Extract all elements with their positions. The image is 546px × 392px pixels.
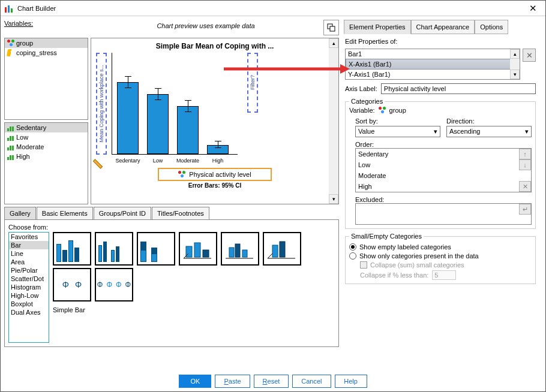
- var-coping-stress[interactable]: coping_stress: [5, 48, 88, 58]
- tab-basic-elements[interactable]: Basic Elements: [37, 207, 93, 219]
- chart-type-list[interactable]: Favorites Bar Line Area Pie/Polar Scatte…: [8, 232, 49, 343]
- categories-legend: Categories: [349, 98, 385, 105]
- tab-titles-footnotes[interactable]: Titles/Footnotes: [152, 207, 209, 219]
- ordinal-icon: [7, 153, 14, 160]
- ok-button[interactable]: OK: [179, 375, 211, 388]
- type-scatter-dot[interactable]: Scatter/Dot: [9, 275, 49, 283]
- tab-groups-point-id[interactable]: Groups/Point ID: [94, 207, 151, 219]
- prop-xaxis1[interactable]: X-Axis1 (Bar1): [346, 59, 520, 70]
- thumb-stacked-bar[interactable]: [137, 232, 175, 266]
- var-group[interactable]: group: [5, 38, 88, 48]
- checkbox-icon: [360, 261, 367, 269]
- type-dual-axes[interactable]: Dual Axes: [9, 308, 49, 316]
- prop-bar1[interactable]: Bar1: [346, 49, 520, 59]
- svg-rect-7: [203, 250, 209, 257]
- svg-rect-11: [235, 244, 240, 257]
- svg-rect-4: [330, 26, 335, 31]
- type-favorites[interactable]: Favorites: [9, 233, 49, 241]
- scroll-up-button[interactable]: ▴: [510, 49, 520, 59]
- level-item[interactable]: Moderate: [5, 142, 88, 152]
- level-item[interactable]: Low: [5, 132, 88, 142]
- ordinal-icon: [7, 134, 14, 141]
- thumb-error-bar-2[interactable]: ΦΦΦΦ: [95, 268, 133, 301]
- order-item[interactable]: High: [356, 182, 519, 191]
- thumb-3d-bar-2[interactable]: [221, 232, 259, 266]
- order-item[interactable]: Sedentary: [356, 149, 519, 159]
- thumb-clustered-bar[interactable]: [95, 232, 133, 266]
- thumb-simple-bar[interactable]: [53, 232, 91, 266]
- variables-list[interactable]: group coping_stress: [4, 38, 88, 120]
- restore-item-button[interactable]: ↵: [519, 204, 531, 215]
- svg-rect-15: [280, 242, 285, 257]
- radio-icon: [349, 243, 356, 251]
- scale-icon: [7, 49, 15, 56]
- thumb-error-bar-1[interactable]: ΦΦ: [53, 268, 91, 301]
- scroll-up-button[interactable]: ▴: [329, 38, 338, 48]
- thumb-3d-bar-3[interactable]: [263, 232, 301, 266]
- chart-title: Simple Bar Mean of Coping with ...: [96, 42, 334, 50]
- type-histogram[interactable]: Histogram: [9, 283, 49, 291]
- tab-element-properties[interactable]: Element Properties: [344, 20, 411, 34]
- pencil-icon: [93, 159, 103, 168]
- prop-yaxis1[interactable]: Y-Axis1 (Bar1): [346, 70, 520, 79]
- type-high-low[interactable]: High-Low: [9, 291, 49, 300]
- thumb-3d-bar-1[interactable]: [179, 232, 217, 266]
- sort-by-select[interactable]: Value▾: [355, 126, 440, 137]
- variable-label: Variable:: [349, 107, 375, 114]
- prop-list-scrollbar[interactable]: ▴ ▾: [510, 49, 520, 79]
- radio-show-present[interactable]: Show only categories present in the data: [349, 252, 532, 260]
- error-bars-label: Error Bars: 95% CI: [96, 182, 334, 189]
- type-area[interactable]: Area: [9, 258, 49, 266]
- order-item[interactable]: Moderate: [356, 171, 519, 180]
- remove-item-button[interactable]: ✕: [519, 181, 531, 192]
- tab-gallery[interactable]: Gallery: [4, 207, 36, 219]
- preview-note: Chart preview uses example data: [91, 22, 321, 29]
- chevron-down-icon: ▾: [434, 128, 437, 135]
- level-item[interactable]: Sedentary: [5, 123, 88, 132]
- properties-list[interactable]: Bar1 X-Axis1 (Bar1) Y-Axis1 (Bar1) ▴ ▾: [345, 49, 520, 80]
- type-line[interactable]: Line: [9, 249, 49, 258]
- move-down-button[interactable]: ↓: [519, 159, 531, 170]
- cancel-button[interactable]: Cancel: [292, 375, 331, 388]
- type-boxplot[interactable]: Boxplot: [9, 300, 49, 308]
- excluded-list[interactable]: ↵: [355, 203, 532, 225]
- level-item[interactable]: High: [5, 152, 88, 161]
- order-list[interactable]: Sedentary↑ Low↓ Moderate. High✕: [355, 148, 532, 192]
- paste-button[interactable]: Paste: [215, 375, 250, 388]
- move-up-button[interactable]: ↑: [519, 149, 531, 159]
- axis-label-input[interactable]: [381, 83, 536, 94]
- chevron-down-icon: ▾: [525, 128, 529, 135]
- ordinal-icon: [7, 143, 14, 150]
- order-item[interactable]: Low: [356, 160, 519, 170]
- svg-rect-2: [11, 8, 13, 13]
- direction-select[interactable]: Ascending▾: [446, 126, 532, 137]
- chart-bars: Sedentary Low Moderate High: [112, 53, 238, 155]
- nominal-icon: [178, 171, 185, 178]
- tab-options[interactable]: Options: [475, 20, 508, 34]
- type-bar[interactable]: Bar: [9, 241, 49, 249]
- expand-preview-button[interactable]: [323, 20, 339, 35]
- close-icon[interactable]: ✕: [524, 2, 542, 15]
- help-button[interactable]: Help: [335, 375, 367, 388]
- chart-preview[interactable]: Simple Bar Mean of Coping with ... Mean …: [91, 38, 339, 204]
- variables-label: Variables:: [4, 20, 88, 27]
- filter-dropzone[interactable]: Filter?: [247, 53, 258, 113]
- type-pie-polar[interactable]: Pie/Polar: [9, 266, 49, 275]
- choose-from-label: Choose from:: [8, 224, 335, 231]
- y-axis-dropzone[interactable]: Mean Coping with workplace s...: [96, 53, 107, 155]
- radio-icon: [349, 252, 356, 260]
- delete-element-button[interactable]: ✕: [523, 49, 536, 62]
- scroll-down-button[interactable]: ▾: [510, 70, 520, 79]
- selected-chart-name: Simple Bar: [53, 306, 335, 313]
- svg-line-17: [268, 254, 272, 258]
- radio-show-empty[interactable]: Show empty labeled categories: [349, 243, 532, 251]
- reset-button[interactable]: Reset: [254, 375, 289, 388]
- axis-label-label: Axis Label:: [345, 85, 377, 92]
- svg-rect-6: [194, 243, 200, 257]
- preview-scrollbar[interactable]: ▴ ▾: [329, 38, 338, 204]
- x-axis-dropzone[interactable]: Physical activity level: [158, 168, 272, 181]
- sort-by-label: Sort by:: [355, 117, 440, 125]
- scroll-down-button[interactable]: ▾: [329, 194, 338, 204]
- tab-chart-appearance[interactable]: Chart Appearance: [411, 20, 475, 34]
- levels-list[interactable]: Sedentary Low Moderate High: [4, 122, 88, 204]
